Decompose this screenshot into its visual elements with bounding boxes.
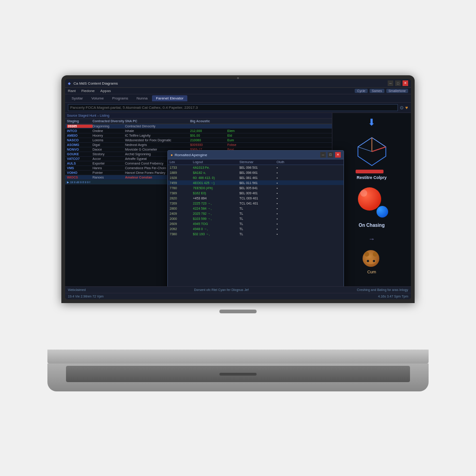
cell-col2: Hanns: [93, 166, 125, 170]
modal-cell-logout: 7EE5D0 (4%): [193, 186, 239, 190]
modal-row[interactable]: 1733 4A1013 Fe. $EL 098 501 •: [168, 165, 344, 170]
tab-volume[interactable]: Volume: [87, 95, 107, 101]
cell-col2: Digal: [93, 143, 125, 146]
modal-cell-oluth: •: [277, 176, 300, 179]
table-row[interactable]: 09365 Dragonning Contracted Dimocrity: [65, 124, 332, 129]
modal-cell-stemunar: $EL 081 461: [239, 176, 277, 179]
tab-programs[interactable]: Programs: [108, 95, 132, 101]
modal-cell-logout: 4948 0 →,: [193, 227, 239, 231]
modal-cell-lex: 7389: [170, 192, 193, 195]
modal-cell-logout: $A182 o,: [193, 171, 239, 174]
modal-cell-stemunar: TL: [239, 232, 277, 236]
modal-row[interactable]: 1889 $A182 o, $EL 098 661 •: [168, 170, 344, 175]
star-icon[interactable]: ♥: [405, 105, 408, 110]
modal-row[interactable]: 2820 +453 894 TCL 009 401 •: [168, 196, 344, 201]
modal-row[interactable]: 2409 2025 792 →, TL •: [168, 211, 344, 216]
table-header: Staging Contracted Diversity SNA PC Big …: [65, 119, 332, 124]
status-center: Dorsent ofc Rtel Cyan fer Dlognus Jef: [194, 288, 249, 291]
cell-ticker: NASCO: [67, 139, 93, 142]
cycle-button[interactable]: Cycle: [355, 89, 368, 93]
smallertone-button[interactable]: Smallertone: [386, 89, 408, 93]
tab-farenet-elevator[interactable]: Farenet Elevator: [152, 95, 187, 101]
menu-fiedone[interactable]: Fiedone: [81, 89, 95, 93]
minimize-button[interactable]: ─: [388, 80, 393, 86]
screen-bezel: ◆ Ca MdS Content Diagrams ─ □ ✕ Rant Fie…: [61, 75, 415, 303]
modal-controls: ─ ⊡ ✕: [320, 152, 341, 158]
table-row[interactable]: AMEIO Hoonry tC Tellfire Lagivity $91.00…: [65, 133, 332, 138]
modal-cell-oluth: •: [277, 186, 300, 190]
cell-col2: Ondine: [93, 129, 125, 132]
cell-sna: 210060: [190, 139, 227, 142]
modal-minimize[interactable]: ─: [320, 152, 326, 158]
modal-cell-logout: 60: 486 413. 0): [193, 176, 239, 179]
search-input[interactable]: [68, 104, 398, 111]
modal-col-lex: Lex: [170, 160, 193, 164]
svg-marker-2: [358, 138, 372, 152]
diamond-graphic: [356, 135, 388, 168]
modal-cell-lex: 2409: [170, 212, 193, 215]
cell-acoustic: Eld: [227, 134, 269, 137]
modal-row[interactable]: 1928 60: 486 413. 0) $EL 081 461 •: [168, 175, 344, 180]
modal-row[interactable]: 7389 $162 E0) $EL 009 461 •: [168, 191, 344, 196]
cell-col3: Nednost Avgris: [125, 143, 190, 146]
modal-row[interactable]: 2092 4948 0 →, TL •: [168, 226, 344, 231]
modal-cell-stemunar: $EL 098 661: [239, 171, 277, 174]
sames-button[interactable]: Sames: [370, 89, 384, 93]
modal-row[interactable]: 7459 4EO01 425 →) $EL 011 561 •: [168, 180, 344, 185]
cell-acoustic: Elem: [227, 129, 269, 132]
bear-icon: [363, 250, 381, 269]
modal-table-header: Lex Logout Stemunar Oluth: [168, 159, 344, 165]
modal-cell-logout: +453 894: [193, 197, 239, 200]
cell-ticker: 09365: [67, 125, 93, 128]
table-row[interactable]: ASOMG Digal Nednost Avgris $009300 Fobse: [65, 143, 332, 147]
modal-cell-stemunar: $EL 098 501: [239, 166, 277, 169]
on-chasing-label: On Chasing: [358, 223, 384, 228]
modal-cell-oluth: •: [277, 232, 300, 236]
maximize-button[interactable]: □: [395, 80, 401, 86]
cell-ticker: WIOCS: [67, 176, 93, 179]
cell-acoustic: Eum: [227, 139, 269, 142]
modal-cell-logout: 4EO01 425 →): [193, 181, 239, 185]
modal-col-oluth: Oluth: [277, 160, 300, 164]
modal-row[interactable]: 2609 4945 TOG TL •: [168, 221, 344, 226]
clock-icon[interactable]: ⊙: [400, 105, 403, 110]
cell-acoustic: Fobse: [227, 143, 269, 146]
modal-cell-lex: 7459: [170, 181, 193, 185]
modal-cell-logout: 2025 792 →,: [193, 212, 239, 215]
table-row[interactable]: INTCO Ondine Inhale 212,000 Elem: [65, 129, 332, 133]
modal-row[interactable]: 7269 2225 723 →, TCL 041 401 •: [168, 201, 344, 206]
modal-cell-lex: 1889: [170, 171, 193, 174]
table-row[interactable]: NASCO Lorems Widsonested for Foex Dogmat…: [65, 138, 332, 143]
cell-sna: $009300: [190, 143, 227, 146]
screen: ◆ Ca MdS Content Diagrams ─ □ ✕ Rant Fie…: [65, 79, 411, 299]
modal-row[interactable]: 7780 7EE5D0 (4%) $EL 005 841 •: [168, 185, 344, 191]
close-button[interactable]: ✕: [403, 80, 408, 86]
title-bar: ◆ Ca MdS Content Diagrams ─ □ ✕: [65, 79, 411, 88]
tab-sysitar[interactable]: Sysitar: [68, 95, 86, 101]
modal-cell-lex: 2800: [170, 207, 193, 210]
modal-cell-lex: 2092: [170, 227, 193, 231]
modal-resize[interactable]: ⊡: [328, 152, 333, 158]
modal-cell-stemunar: $EL 011 561: [239, 181, 277, 185]
modal-cell-lex: 7780: [170, 186, 193, 190]
menu-appas[interactable]: Appas: [100, 89, 111, 93]
modal-cell-oluth: •: [277, 227, 300, 231]
modal-cell-logout: 4945 TOG: [193, 222, 239, 225]
modal-close[interactable]: ✕: [335, 152, 341, 158]
modal-cell-oluth: •: [277, 166, 300, 169]
menu-rant[interactable]: Rant: [68, 89, 76, 93]
col-staging: Staging: [67, 119, 93, 123]
search-icons: ⊙ ♥: [400, 105, 408, 110]
modal-cell-oluth: •: [277, 212, 300, 215]
modal-cell-stemunar: TL: [239, 227, 277, 231]
modal-row[interactable]: 7380 $32 193 →, TL •: [168, 231, 344, 237]
modal-cell-oluth: •: [277, 192, 300, 195]
cell-sna: $91.00: [190, 134, 227, 137]
modal-cell-oluth: •: [277, 217, 300, 220]
modal-cell-lex: 1733: [170, 166, 193, 169]
modal-row[interactable]: 2000 $103 599 →, TL •: [168, 216, 344, 221]
app-window: ◆ Ca MdS Content Diagrams ─ □ ✕ Rant Fie…: [65, 79, 411, 299]
cell-col2: Ranoes: [93, 176, 125, 179]
modal-row[interactable]: 2800 4224 584 →, TL •: [168, 206, 344, 211]
tab-nunna[interactable]: Nunna: [133, 95, 152, 101]
